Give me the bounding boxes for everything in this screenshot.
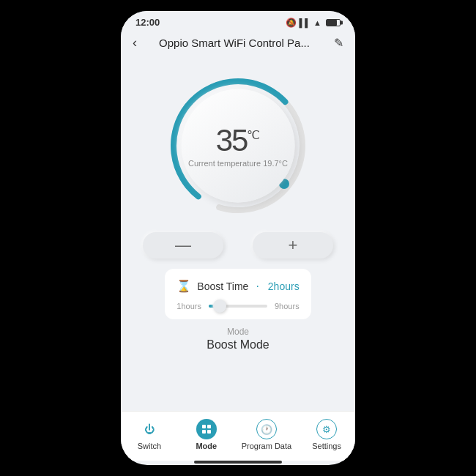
phone-frame: 12:00 🔕 ▌▌ ▲ ‹ Oppio Smart WiFi Control … [121,11,355,465]
edit-button[interactable]: ✎ [334,36,343,50]
mode-grid-icon [201,424,212,434]
back-button[interactable]: ‹ [133,35,137,51]
svg-rect-4 [202,430,206,434]
decrease-icon: — [175,237,191,253]
boost-header: ⌛ Boost Time · 2hours [176,279,299,293]
settings-label: Settings [312,442,341,450]
nav-item-switch[interactable]: ⏻ Switch [127,419,171,450]
mode-icon [196,419,217,439]
boost-label: Boost Time [197,280,248,292]
set-temperature: 35 [216,124,248,155]
slider-min-label: 1hours [176,302,203,310]
boost-panel: ⌛ Boost Time · 2hours 1hours 9hours [165,269,310,319]
status-bar: 12:00 🔕 ▌▌ ▲ [121,11,355,31]
mode-value: Boost Mode [121,338,355,352]
svg-rect-5 [207,430,211,434]
svg-rect-2 [202,425,206,428]
boost-value: 2hours [268,280,300,292]
temperature-controls: — + [143,232,333,259]
nav-item-program-data[interactable]: 🕐 Program Data [242,419,291,450]
program-data-icon: 🕐 [256,419,277,439]
slider-max-label: 9hours [273,302,300,310]
mute-icon: 🔕 [286,18,297,28]
home-indicator [121,461,355,465]
mode-label: Mode [121,327,355,337]
thermostat-display: 35 ℃ Current temperature 19.7°C [182,89,295,203]
status-time: 12:00 [135,17,160,28]
switch-label: Switch [138,442,161,450]
boost-slider-track[interactable] [209,305,267,308]
bottom-navigation: ⏻ Switch Mode 🕐 Program Data ⚙ Settings [121,411,355,461]
svg-rect-3 [207,425,211,428]
page-title: Oppio Smart WiFi Control Pa... [143,37,326,49]
switch-icon: ⏻ [139,419,160,439]
status-icons: 🔕 ▌▌ ▲ [286,18,341,28]
increase-icon: + [289,237,298,253]
signal-icon: ▌▌ [300,18,311,27]
indicator-bar [194,461,282,464]
temp-display: 35 ℃ [216,124,261,155]
decrease-button[interactable]: — [143,232,223,259]
nav-item-settings[interactable]: ⚙ Settings [305,419,349,450]
mode-section: Mode Boost Mode [121,319,355,357]
temp-unit: ℃ [247,129,260,141]
hourglass-icon: ⌛ [176,279,191,293]
program-data-label: Program Data [242,442,291,450]
current-temperature: Current temperature 19.7°C [188,158,288,167]
settings-icon: ⚙ [316,419,337,439]
thermostat-control[interactable]: 35 ℃ Current temperature 19.7°C [165,72,311,219]
boost-separator: · [256,280,259,293]
main-content: 35 ℃ Current temperature 19.7°C — + ⌛ Bo… [121,58,355,411]
boost-slider-row: 1hours 9hours [176,302,299,310]
slider-thumb[interactable] [213,300,226,313]
header: ‹ Oppio Smart WiFi Control Pa... ✎ [121,31,355,58]
wifi-icon: ▲ [313,18,321,27]
nav-item-mode[interactable]: Mode [185,419,228,450]
mode-nav-label: Mode [196,442,217,450]
battery-icon [326,19,341,26]
increase-button[interactable]: + [253,232,333,259]
